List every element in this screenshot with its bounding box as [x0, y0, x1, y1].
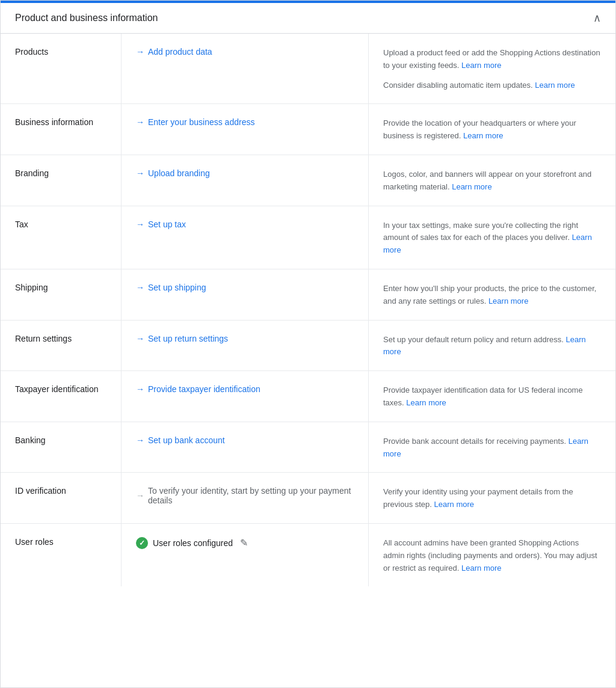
add-product-data-link[interactable]: → Add product data — [136, 47, 212, 57]
arrow-icon: → — [136, 168, 144, 178]
arrow-icon: → — [136, 384, 144, 394]
row-shipping: Shipping → Set up shipping Enter how you… — [1, 269, 615, 321]
action-taxpayer-identification: → Provide taxpayer identification — [121, 371, 368, 422]
label-id-verification: ID verification — [1, 473, 121, 523]
action-user-roles: User roles configured ✎ — [121, 524, 368, 586]
arrow-icon: → — [136, 220, 144, 229]
description-business-information: Provide the location of your headquarter… — [368, 104, 615, 155]
action-banking: → Set up bank account — [121, 422, 368, 473]
row-branding: Branding → Upload branding Logos, color,… — [1, 155, 615, 206]
label-products: Products — [1, 34, 121, 103]
learn-more-taxpayer[interactable]: Learn more — [406, 398, 446, 407]
products-desc-1: Upload a product feed or add the Shoppin… — [383, 47, 601, 72]
main-container: Product and business information ∧ Produ… — [0, 0, 616, 688]
id-verification-action: → To verify your identity, start by sett… — [136, 486, 354, 505]
description-branding: Logos, color, and banners will appear on… — [368, 155, 615, 206]
learn-more-products-2[interactable]: Learn more — [535, 81, 574, 90]
description-shipping: Enter how you'll ship your products, the… — [368, 269, 615, 320]
arrow-icon: → — [136, 435, 144, 445]
description-products: Upload a product feed or add the Shoppin… — [368, 34, 615, 103]
label-user-roles: User roles — [1, 524, 121, 586]
user-roles-configured-badge: User roles configured ✎ — [136, 537, 248, 549]
row-products: Products → Add product data Upload a pro… — [1, 34, 615, 104]
learn-more-business[interactable]: Learn more — [463, 131, 503, 140]
label-business-information: Business information — [1, 104, 121, 155]
check-circle-icon — [136, 537, 148, 549]
enter-business-address-link[interactable]: → Enter your business address — [136, 117, 254, 127]
description-id-verification: Verify your identity using your payment … — [368, 473, 615, 523]
action-return-settings: → Set up return settings — [121, 321, 368, 371]
row-id-verification: ID verification → To verify your identit… — [1, 473, 615, 524]
arrow-icon: → — [136, 283, 144, 292]
set-up-return-settings-link[interactable]: → Set up return settings — [136, 334, 228, 343]
action-branding: → Upload branding — [121, 155, 368, 206]
learn-more-id-verification[interactable]: Learn more — [434, 500, 474, 509]
action-id-verification: → To verify your identity, start by sett… — [121, 473, 368, 523]
edit-icon[interactable]: ✎ — [240, 537, 248, 548]
upload-branding-link[interactable]: → Upload branding — [136, 168, 210, 178]
label-shipping: Shipping — [1, 269, 121, 320]
action-products: → Add product data — [121, 34, 368, 103]
description-user-roles: All account admins have been granted Sho… — [368, 524, 615, 586]
arrow-icon: → — [136, 47, 144, 57]
section-title: Product and business information — [15, 13, 158, 23]
description-tax: In your tax settings, make sure you're c… — [368, 206, 615, 269]
row-user-roles: User roles User roles configured ✎ All a… — [1, 524, 615, 586]
products-desc-container: Upload a product feed or add the Shoppin… — [383, 47, 601, 91]
arrow-icon: → — [136, 117, 144, 127]
provide-taxpayer-link[interactable]: → Provide taxpayer identification — [136, 384, 260, 394]
row-taxpayer-identification: Taxpayer identification → Provide taxpay… — [1, 371, 615, 422]
collapse-icon[interactable]: ∧ — [593, 13, 601, 23]
action-shipping: → Set up shipping — [121, 269, 368, 320]
label-banking: Banking — [1, 422, 121, 473]
row-business-information: Business information → Enter your busine… — [1, 104, 615, 155]
learn-more-branding[interactable]: Learn more — [452, 182, 491, 191]
row-banking: Banking → Set up bank account Provide ba… — [1, 422, 615, 473]
label-branding: Branding — [1, 155, 121, 206]
action-business-information: → Enter your business address — [121, 104, 368, 155]
description-banking: Provide bank account details for receivi… — [368, 422, 615, 473]
learn-more-user-roles[interactable]: Learn more — [461, 564, 501, 573]
row-tax: Tax → Set up tax In your tax settings, m… — [1, 206, 615, 269]
description-return-settings: Set up your default return policy and re… — [368, 321, 615, 371]
set-up-bank-link[interactable]: → Set up bank account — [136, 435, 225, 445]
arrow-icon: → — [136, 334, 144, 343]
action-tax: → Set up tax — [121, 206, 368, 269]
arrow-icon-disabled: → — [136, 491, 144, 500]
description-taxpayer: Provide taxpayer identification data for… — [368, 371, 615, 422]
row-return-settings: Return settings → Set up return settings… — [1, 321, 615, 372]
products-desc-2: Consider disabling automatic item update… — [383, 79, 601, 92]
learn-more-products-1[interactable]: Learn more — [461, 61, 501, 70]
set-up-shipping-link[interactable]: → Set up shipping — [136, 283, 206, 292]
set-up-tax-link[interactable]: → Set up tax — [136, 220, 186, 229]
label-taxpayer-identification: Taxpayer identification — [1, 371, 121, 422]
label-return-settings: Return settings — [1, 321, 121, 371]
label-tax: Tax — [1, 206, 121, 269]
learn-more-shipping[interactable]: Learn more — [488, 296, 528, 306]
section-header: Product and business information ∧ — [1, 3, 615, 34]
